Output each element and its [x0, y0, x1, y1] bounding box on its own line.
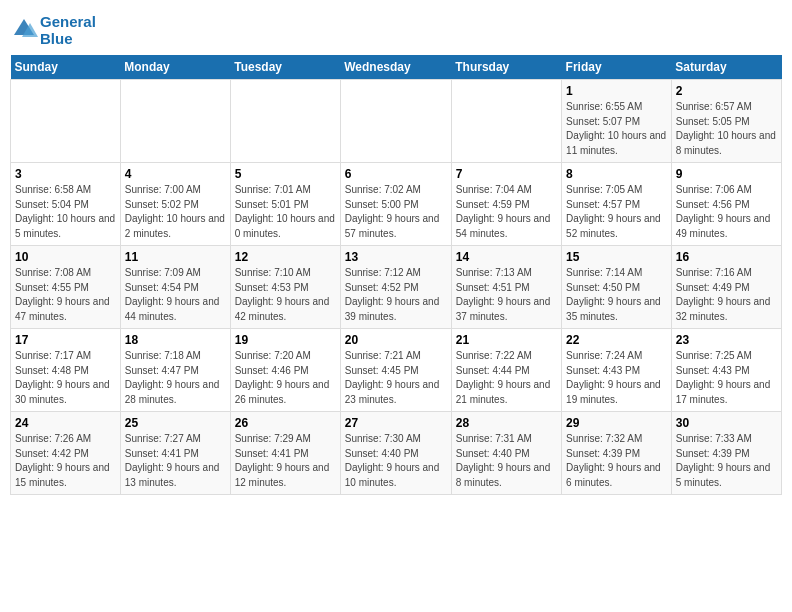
calendar-cell: 26Sunrise: 7:29 AM Sunset: 4:41 PM Dayli…: [230, 412, 340, 495]
week-row-4: 17Sunrise: 7:17 AM Sunset: 4:48 PM Dayli…: [11, 329, 782, 412]
day-info: Sunrise: 7:09 AM Sunset: 4:54 PM Dayligh…: [125, 266, 226, 324]
logo: General Blue: [10, 14, 96, 47]
calendar-table: SundayMondayTuesdayWednesdayThursdayFrid…: [10, 55, 782, 495]
day-info: Sunrise: 7:20 AM Sunset: 4:46 PM Dayligh…: [235, 349, 336, 407]
day-info: Sunrise: 7:33 AM Sunset: 4:39 PM Dayligh…: [676, 432, 777, 490]
day-info: Sunrise: 7:30 AM Sunset: 4:40 PM Dayligh…: [345, 432, 447, 490]
day-info: Sunrise: 7:01 AM Sunset: 5:01 PM Dayligh…: [235, 183, 336, 241]
day-info: Sunrise: 7:17 AM Sunset: 4:48 PM Dayligh…: [15, 349, 116, 407]
calendar-cell: 10Sunrise: 7:08 AM Sunset: 4:55 PM Dayli…: [11, 246, 121, 329]
day-info: Sunrise: 7:06 AM Sunset: 4:56 PM Dayligh…: [676, 183, 777, 241]
day-info: Sunrise: 7:21 AM Sunset: 4:45 PM Dayligh…: [345, 349, 447, 407]
day-number: 6: [345, 167, 447, 181]
calendar-cell: 2Sunrise: 6:57 AM Sunset: 5:05 PM Daylig…: [671, 80, 781, 163]
calendar-cell: 29Sunrise: 7:32 AM Sunset: 4:39 PM Dayli…: [562, 412, 672, 495]
calendar-cell: 18Sunrise: 7:18 AM Sunset: 4:47 PM Dayli…: [120, 329, 230, 412]
day-number: 12: [235, 250, 336, 264]
day-number: 24: [15, 416, 116, 430]
weekday-header-friday: Friday: [562, 55, 672, 80]
day-number: 5: [235, 167, 336, 181]
day-number: 29: [566, 416, 667, 430]
calendar-cell: [230, 80, 340, 163]
calendar-cell: 16Sunrise: 7:16 AM Sunset: 4:49 PM Dayli…: [671, 246, 781, 329]
calendar-cell: 12Sunrise: 7:10 AM Sunset: 4:53 PM Dayli…: [230, 246, 340, 329]
day-number: 14: [456, 250, 557, 264]
calendar-cell: 25Sunrise: 7:27 AM Sunset: 4:41 PM Dayli…: [120, 412, 230, 495]
calendar-cell: 4Sunrise: 7:00 AM Sunset: 5:02 PM Daylig…: [120, 163, 230, 246]
calendar-cell: 27Sunrise: 7:30 AM Sunset: 4:40 PM Dayli…: [340, 412, 451, 495]
day-number: 1: [566, 84, 667, 98]
calendar-cell: 21Sunrise: 7:22 AM Sunset: 4:44 PM Dayli…: [451, 329, 561, 412]
calendar-cell: 19Sunrise: 7:20 AM Sunset: 4:46 PM Dayli…: [230, 329, 340, 412]
day-info: Sunrise: 7:12 AM Sunset: 4:52 PM Dayligh…: [345, 266, 447, 324]
day-info: Sunrise: 7:13 AM Sunset: 4:51 PM Dayligh…: [456, 266, 557, 324]
week-row-3: 10Sunrise: 7:08 AM Sunset: 4:55 PM Dayli…: [11, 246, 782, 329]
calendar-cell: 1Sunrise: 6:55 AM Sunset: 5:07 PM Daylig…: [562, 80, 672, 163]
calendar-cell: 17Sunrise: 7:17 AM Sunset: 4:48 PM Dayli…: [11, 329, 121, 412]
day-info: Sunrise: 7:16 AM Sunset: 4:49 PM Dayligh…: [676, 266, 777, 324]
day-info: Sunrise: 7:22 AM Sunset: 4:44 PM Dayligh…: [456, 349, 557, 407]
calendar-cell: 30Sunrise: 7:33 AM Sunset: 4:39 PM Dayli…: [671, 412, 781, 495]
day-info: Sunrise: 7:27 AM Sunset: 4:41 PM Dayligh…: [125, 432, 226, 490]
day-info: Sunrise: 7:18 AM Sunset: 4:47 PM Dayligh…: [125, 349, 226, 407]
calendar-cell: 5Sunrise: 7:01 AM Sunset: 5:01 PM Daylig…: [230, 163, 340, 246]
weekday-header-tuesday: Tuesday: [230, 55, 340, 80]
calendar-cell: 14Sunrise: 7:13 AM Sunset: 4:51 PM Dayli…: [451, 246, 561, 329]
day-number: 22: [566, 333, 667, 347]
weekday-header-wednesday: Wednesday: [340, 55, 451, 80]
day-number: 7: [456, 167, 557, 181]
day-info: Sunrise: 7:14 AM Sunset: 4:50 PM Dayligh…: [566, 266, 667, 324]
weekday-header-sunday: Sunday: [11, 55, 121, 80]
day-number: 23: [676, 333, 777, 347]
day-number: 9: [676, 167, 777, 181]
weekday-header-thursday: Thursday: [451, 55, 561, 80]
day-info: Sunrise: 6:55 AM Sunset: 5:07 PM Dayligh…: [566, 100, 667, 158]
calendar-cell: 8Sunrise: 7:05 AM Sunset: 4:57 PM Daylig…: [562, 163, 672, 246]
weekday-header-saturday: Saturday: [671, 55, 781, 80]
day-info: Sunrise: 7:24 AM Sunset: 4:43 PM Dayligh…: [566, 349, 667, 407]
day-info: Sunrise: 7:26 AM Sunset: 4:42 PM Dayligh…: [15, 432, 116, 490]
week-row-1: 1Sunrise: 6:55 AM Sunset: 5:07 PM Daylig…: [11, 80, 782, 163]
header: General Blue: [10, 10, 782, 47]
day-info: Sunrise: 7:02 AM Sunset: 5:00 PM Dayligh…: [345, 183, 447, 241]
calendar-cell: [120, 80, 230, 163]
calendar-cell: [340, 80, 451, 163]
day-info: Sunrise: 7:32 AM Sunset: 4:39 PM Dayligh…: [566, 432, 667, 490]
day-number: 21: [456, 333, 557, 347]
day-number: 3: [15, 167, 116, 181]
day-number: 25: [125, 416, 226, 430]
day-number: 13: [345, 250, 447, 264]
day-info: Sunrise: 7:08 AM Sunset: 4:55 PM Dayligh…: [15, 266, 116, 324]
calendar-cell: 24Sunrise: 7:26 AM Sunset: 4:42 PM Dayli…: [11, 412, 121, 495]
day-number: 30: [676, 416, 777, 430]
day-number: 18: [125, 333, 226, 347]
day-info: Sunrise: 7:05 AM Sunset: 4:57 PM Dayligh…: [566, 183, 667, 241]
day-info: Sunrise: 7:04 AM Sunset: 4:59 PM Dayligh…: [456, 183, 557, 241]
calendar-cell: 15Sunrise: 7:14 AM Sunset: 4:50 PM Dayli…: [562, 246, 672, 329]
day-number: 10: [15, 250, 116, 264]
day-number: 15: [566, 250, 667, 264]
day-number: 20: [345, 333, 447, 347]
day-info: Sunrise: 7:00 AM Sunset: 5:02 PM Dayligh…: [125, 183, 226, 241]
calendar-cell: 7Sunrise: 7:04 AM Sunset: 4:59 PM Daylig…: [451, 163, 561, 246]
calendar-cell: 11Sunrise: 7:09 AM Sunset: 4:54 PM Dayli…: [120, 246, 230, 329]
day-info: Sunrise: 6:57 AM Sunset: 5:05 PM Dayligh…: [676, 100, 777, 158]
calendar-cell: 6Sunrise: 7:02 AM Sunset: 5:00 PM Daylig…: [340, 163, 451, 246]
day-number: 17: [15, 333, 116, 347]
calendar-cell: 20Sunrise: 7:21 AM Sunset: 4:45 PM Dayli…: [340, 329, 451, 412]
day-info: Sunrise: 7:29 AM Sunset: 4:41 PM Dayligh…: [235, 432, 336, 490]
calendar-cell: [451, 80, 561, 163]
day-number: 2: [676, 84, 777, 98]
day-number: 8: [566, 167, 667, 181]
day-number: 19: [235, 333, 336, 347]
day-info: Sunrise: 7:31 AM Sunset: 4:40 PM Dayligh…: [456, 432, 557, 490]
day-info: Sunrise: 7:25 AM Sunset: 4:43 PM Dayligh…: [676, 349, 777, 407]
calendar-cell: 28Sunrise: 7:31 AM Sunset: 4:40 PM Dayli…: [451, 412, 561, 495]
day-info: Sunrise: 7:10 AM Sunset: 4:53 PM Dayligh…: [235, 266, 336, 324]
calendar-cell: 3Sunrise: 6:58 AM Sunset: 5:04 PM Daylig…: [11, 163, 121, 246]
weekday-header-monday: Monday: [120, 55, 230, 80]
calendar-cell: 9Sunrise: 7:06 AM Sunset: 4:56 PM Daylig…: [671, 163, 781, 246]
day-number: 26: [235, 416, 336, 430]
day-number: 4: [125, 167, 226, 181]
week-row-2: 3Sunrise: 6:58 AM Sunset: 5:04 PM Daylig…: [11, 163, 782, 246]
